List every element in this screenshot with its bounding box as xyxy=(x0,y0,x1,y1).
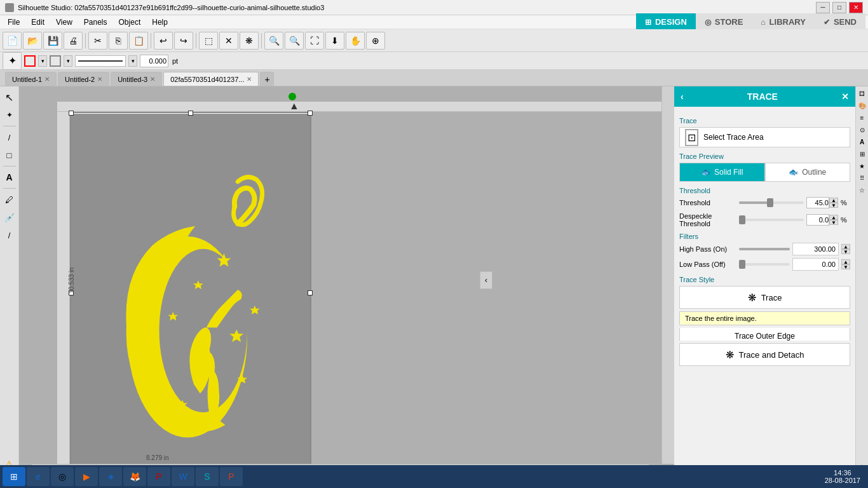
close-button[interactable]: ✕ xyxy=(849,2,863,13)
threshold-track[interactable] xyxy=(739,201,804,204)
stroke-dropdown[interactable]: ▾ xyxy=(38,55,47,67)
text-tool[interactable]: A xyxy=(1,169,18,186)
low-pass-thumb[interactable] xyxy=(739,260,745,269)
fill-dropdown[interactable]: ▾ xyxy=(64,55,72,67)
tab-3-close[interactable]: ✕ xyxy=(150,76,155,83)
despeckle-thumb[interactable] xyxy=(739,215,745,224)
send-button[interactable]: ✔ SEND xyxy=(815,13,865,31)
maximize-button[interactable]: □ xyxy=(832,2,846,13)
node-tool[interactable]: ✦ xyxy=(1,107,18,123)
tab-file[interactable]: 02fa5570351d401237... ✕ xyxy=(163,72,259,86)
zoom-out-button[interactable]: 🔍 xyxy=(285,32,304,50)
tab-untitled-3[interactable]: Untitled-3 ✕ xyxy=(111,72,162,86)
cut-button[interactable]: ✂ xyxy=(88,32,107,50)
eyedropper-tool[interactable]: 💉 xyxy=(1,209,18,226)
new-button[interactable]: 📄 xyxy=(3,32,22,50)
trace-panel-collapse-icon[interactable]: ‹ xyxy=(681,92,684,102)
sel-handle-tm[interactable] xyxy=(188,111,193,116)
tab-2-close[interactable]: ✕ xyxy=(97,76,102,83)
tab-untitled-2[interactable]: Untitled-2 ✕ xyxy=(58,72,109,86)
store-button[interactable]: ◎ STORE xyxy=(696,13,752,31)
sel-handle-tl[interactable] xyxy=(69,111,74,116)
taskbar-chrome[interactable]: ◎ xyxy=(51,467,74,486)
taskbar-app2[interactable]: ◈ xyxy=(99,467,122,486)
add-page-button[interactable]: ⊕ xyxy=(366,32,385,50)
right-icon-dots[interactable]: ⠿ xyxy=(857,172,868,184)
undo-button[interactable]: ↩ xyxy=(154,32,173,50)
taskbar-powerpoint[interactable]: P xyxy=(220,467,243,486)
taskbar-word[interactable]: W xyxy=(172,467,194,486)
menu-panels[interactable]: Panels xyxy=(79,17,112,28)
pan-button[interactable]: ✋ xyxy=(346,32,365,50)
draw-line-tool[interactable]: / xyxy=(1,129,18,146)
replicate-button[interactable]: ❋ xyxy=(240,32,259,50)
draw-shape-tool[interactable]: □ xyxy=(1,147,18,163)
taskbar-ie[interactable]: e xyxy=(27,467,50,486)
line-style[interactable] xyxy=(75,55,126,67)
tool-select[interactable]: ✦ xyxy=(3,52,22,70)
select-button[interactable]: ⬚ xyxy=(199,32,218,50)
despeckle-track[interactable] xyxy=(739,219,804,221)
taskbar-silhouette[interactable]: S xyxy=(196,467,219,486)
right-icon-star[interactable]: ★ xyxy=(857,160,868,172)
copy-button[interactable]: ⎘ xyxy=(109,32,128,50)
threshold-down[interactable]: ▼ xyxy=(829,203,838,208)
sel-handle-tr[interactable] xyxy=(308,111,313,116)
threshold-input[interactable] xyxy=(806,197,829,208)
outline-button[interactable]: 🐟 Outline xyxy=(765,163,851,182)
solid-fill-button[interactable]: 🐟 Solid Fill xyxy=(679,163,765,182)
move-down-button[interactable]: ⬇ xyxy=(325,32,344,50)
tab-add-button[interactable]: + xyxy=(260,72,274,86)
title-bar-controls[interactable]: ─ □ ✕ xyxy=(816,2,863,13)
high-pass-down[interactable]: ▼ xyxy=(841,249,850,254)
trace-button[interactable]: ❋ Trace xyxy=(679,286,850,309)
zoom-fit-button[interactable]: ⛶ xyxy=(305,32,324,50)
sel-handle-mr[interactable] xyxy=(308,290,313,295)
fill-color[interactable] xyxy=(50,55,61,67)
paint-bucket-tool[interactable]: 🖊 xyxy=(1,191,18,208)
design-canvas[interactable] xyxy=(70,112,311,474)
threshold-thumb[interactable] xyxy=(767,198,773,207)
panel-collapse-button[interactable]: ‹ xyxy=(480,271,492,289)
right-icon-align[interactable]: ⊞ xyxy=(857,148,868,159)
select-tool[interactable]: ↖ xyxy=(1,89,18,105)
print-button[interactable]: 🖨 xyxy=(64,32,83,50)
right-icon-pixelate[interactable]: ⚃ xyxy=(857,88,868,99)
menu-edit[interactable]: Edit xyxy=(26,17,50,28)
low-pass-track[interactable] xyxy=(739,263,790,266)
select-trace-area-button[interactable]: ⊡ Select Trace Area xyxy=(679,127,850,147)
line-width-input[interactable] xyxy=(140,55,168,67)
library-button[interactable]: ⌂ LIBRARY xyxy=(752,13,815,31)
menu-file[interactable]: File xyxy=(3,17,25,28)
low-pass-down[interactable]: ▼ xyxy=(841,264,850,269)
menu-help[interactable]: Help xyxy=(147,17,173,28)
despeckle-down[interactable]: ▼ xyxy=(829,220,838,225)
paste-button[interactable]: 📋 xyxy=(129,32,148,50)
right-icon-palette[interactable]: 🎨 xyxy=(857,100,868,111)
taskbar-app3[interactable]: P xyxy=(147,467,170,486)
tab-untitled-1[interactable]: Untitled-1 ✕ xyxy=(5,72,57,86)
canvas-main[interactable]: ▲ xyxy=(19,86,674,474)
open-button[interactable]: 📂 xyxy=(23,32,42,50)
taskbar-media[interactable]: ▶ xyxy=(75,467,98,486)
right-icon-text[interactable]: A xyxy=(857,136,868,147)
vertical-scrollbar[interactable] xyxy=(661,86,674,464)
high-pass-input[interactable] xyxy=(792,243,839,255)
taskbar-firefox[interactable]: 🦊 xyxy=(123,467,146,486)
trace-outer-edge-button[interactable]: Trace Outer Edge xyxy=(679,328,850,341)
line-style-dropdown[interactable]: ▾ xyxy=(128,55,137,67)
eraser-tool[interactable]: / xyxy=(1,227,18,243)
design-button[interactable]: ⊞ DESIGN xyxy=(636,13,696,31)
menu-object[interactable]: Object xyxy=(114,17,146,28)
right-icon-star2[interactable]: ☆ xyxy=(857,184,868,196)
trace-and-detach-button[interactable]: ❋ Trace and Detach xyxy=(679,343,850,366)
high-pass-track[interactable] xyxy=(739,248,790,250)
top-handle[interactable] xyxy=(288,93,296,100)
tab-file-close[interactable]: ✕ xyxy=(247,76,252,83)
menu-view[interactable]: View xyxy=(51,17,78,28)
right-icon-lines[interactable]: ≡ xyxy=(857,112,868,123)
zoom-in-button[interactable]: 🔍 xyxy=(264,32,283,50)
minimize-button[interactable]: ─ xyxy=(816,2,830,13)
low-pass-input[interactable] xyxy=(792,258,839,271)
trace-close-icon[interactable]: ✕ xyxy=(841,92,849,102)
